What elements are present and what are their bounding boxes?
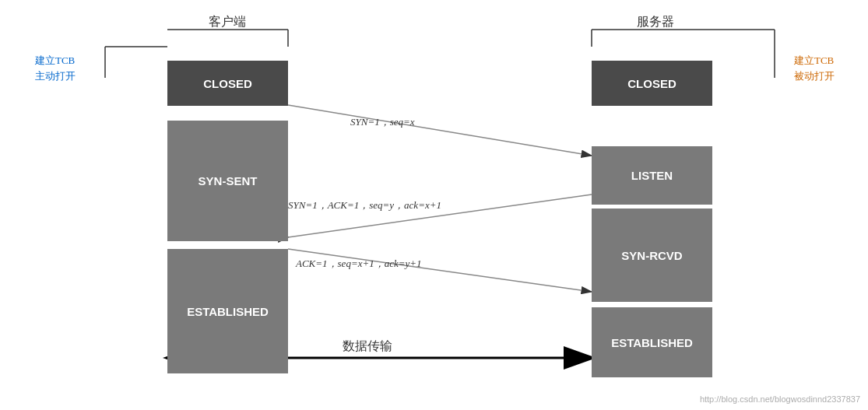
left-note: 建立TCB 主动打开: [35, 53, 76, 84]
syn-rcvd-label: SYN-RCVD: [621, 249, 682, 262]
watermark: http://blog.csdn.net/blogwosdinnd2337837: [700, 394, 860, 404]
ack-arrow-label: ACK=1，seq=x+1，ack=y+1: [296, 257, 422, 271]
client-column-label: 客户端: [209, 14, 246, 30]
syn-arrow-label: SYN=1，seq=x: [350, 115, 415, 129]
syn-rcvd-box: SYN-RCVD: [592, 209, 712, 302]
server-column-label: 服务器: [637, 14, 674, 30]
established-server-label: ESTABLISHED: [611, 336, 693, 349]
server-closed-label: CLOSED: [627, 77, 676, 90]
established-client-box: ESTABLISHED: [167, 249, 288, 373]
client-closed-label: CLOSED: [203, 77, 252, 90]
client-closed-box: CLOSED: [167, 61, 288, 106]
data-transfer-label: 数据传输: [343, 338, 392, 355]
listen-box: LISTEN: [592, 146, 712, 205]
established-client-label: ESTABLISHED: [187, 305, 269, 318]
syn-sent-label: SYN-SENT: [199, 174, 258, 187]
listen-label: LISTEN: [631, 169, 673, 182]
svg-line-12: [288, 105, 592, 156]
synack-arrow-label: SYN=1，ACK=1，seq=y，ack=x+1: [288, 198, 441, 212]
established-server-box: ESTABLISHED: [592, 307, 712, 377]
right-note: 建立TCB 被动打开: [794, 53, 835, 84]
syn-sent-box: SYN-SENT: [167, 121, 288, 241]
server-closed-box: CLOSED: [592, 61, 712, 106]
diagram: CLOSED CLOSED SYN-SENT LISTEN SYN-RCVD E…: [0, 0, 868, 410]
